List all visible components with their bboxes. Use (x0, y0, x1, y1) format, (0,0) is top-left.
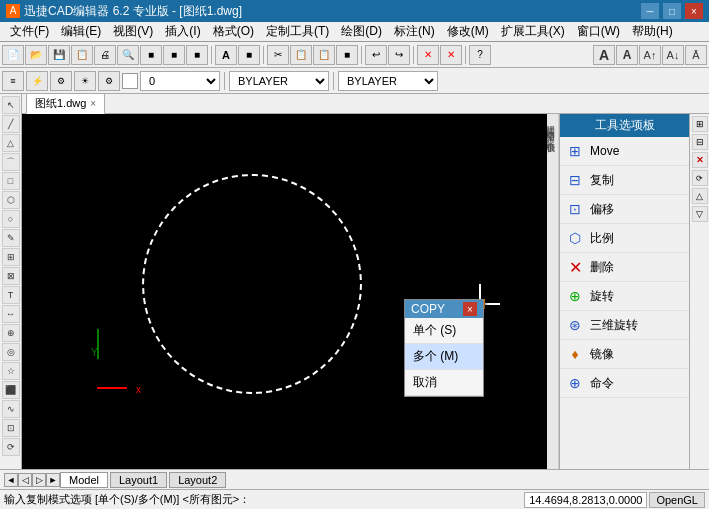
vert-label-1[interactable]: 栅格 (547, 122, 558, 126)
panel-item-offset[interactable]: ⊡ 偏移 (560, 195, 689, 224)
nav-next[interactable]: ▷ (32, 473, 46, 487)
minimize-button[interactable]: ─ (641, 3, 659, 19)
fr-btn1[interactable]: ⊞ (692, 116, 708, 132)
panel-item-3d-rotate[interactable]: ⊛ 三维旋转 (560, 311, 689, 340)
lt-b14[interactable]: ☆ (2, 362, 20, 380)
nav-last[interactable]: ► (46, 473, 60, 487)
lt-b11[interactable]: ↔ (2, 305, 20, 323)
canvas-area[interactable]: x Y COPY × 单个 (S) 多个 (M) 取 (22, 114, 547, 469)
lt-b5[interactable]: ⬡ (2, 191, 20, 209)
tb-b6[interactable]: ✕ (440, 45, 462, 65)
lt-b13[interactable]: ◎ (2, 343, 20, 361)
lt-b4[interactable]: □ (2, 172, 20, 190)
tb-cut[interactable]: ✂ (267, 45, 289, 65)
panel-item-cmd[interactable]: ⊕ 命令 (560, 369, 689, 398)
lt-b6[interactable]: ○ (2, 210, 20, 228)
tb-redo[interactable]: ↪ (388, 45, 410, 65)
color-dropdown[interactable]: BYLAYER (229, 71, 329, 91)
popup-item-cancel[interactable]: 取消 (405, 370, 483, 396)
tb2-color[interactable] (122, 73, 138, 89)
lt-b9[interactable]: ⊠ (2, 267, 20, 285)
panel-item-rotate[interactable]: ⊕ 旋转 (560, 282, 689, 311)
tb-b3[interactable]: ■ (186, 45, 208, 65)
popup-close-button[interactable]: × (463, 302, 477, 316)
linetype-dropdown[interactable]: BYLAYER (338, 71, 438, 91)
fr-btn2[interactable]: ⊟ (692, 134, 708, 150)
tb-b5[interactable]: ■ (336, 45, 358, 65)
lt-b8[interactable]: ⊞ (2, 248, 20, 266)
tb2-b2[interactable]: ⚡ (26, 71, 48, 91)
menu-view[interactable]: 视图(V) (107, 21, 159, 42)
nav-prev[interactable]: ◁ (18, 473, 32, 487)
close-button[interactable]: × (685, 3, 703, 19)
panel-item-move[interactable]: ⊞ Move (560, 137, 689, 166)
layout-1[interactable]: Layout1 (110, 472, 167, 488)
menu-draw[interactable]: 绘图(D) (335, 21, 388, 42)
fr-btn5[interactable]: △ (692, 188, 708, 204)
tb-open[interactable]: 📂 (25, 45, 47, 65)
lt-b7[interactable]: ✎ (2, 229, 20, 247)
lt-b10[interactable]: T (2, 286, 20, 304)
menu-modify[interactable]: 修改(M) (441, 21, 495, 42)
tb2-b3[interactable]: ⚙ (50, 71, 72, 91)
vert-label-3[interactable]: 极轴 (547, 134, 558, 138)
panel-item-copy[interactable]: ⊟ 复制 (560, 166, 689, 195)
tb-paste[interactable]: 📋 (313, 45, 335, 65)
lt-b1[interactable]: ╱ (2, 115, 20, 133)
tb-fa2[interactable]: A (616, 45, 638, 65)
tb-print[interactable]: 🖨 (94, 45, 116, 65)
lt-b12[interactable]: ⊕ (2, 324, 20, 342)
tab-drawing[interactable]: 图纸1.dwg × (26, 93, 105, 114)
tab-close-icon[interactable]: × (90, 98, 96, 109)
tb-save[interactable]: 💾 (48, 45, 70, 65)
menu-dimension[interactable]: 标注(N) (388, 21, 441, 42)
nav-first[interactable]: ◄ (4, 473, 18, 487)
vert-label-0[interactable]: 捕捉 (547, 116, 558, 120)
vert-label-2[interactable]: 正交 (547, 128, 558, 132)
menu-help[interactable]: 帮助(H) (626, 21, 679, 42)
tb-fa4[interactable]: A↓ (662, 45, 684, 65)
panel-item-scale[interactable]: ⬡ 比例 (560, 224, 689, 253)
lt-b2[interactable]: △ (2, 134, 20, 152)
tb-undo[interactable]: ↩ (365, 45, 387, 65)
menu-file[interactable]: 文件(F) (4, 21, 55, 42)
menu-format[interactable]: 格式(O) (207, 21, 260, 42)
tb-text[interactable]: A (215, 45, 237, 65)
fr-btn3[interactable]: ✕ (692, 152, 708, 168)
panel-scroll[interactable]: ⊞ Move ⊟ 复制 ⊡ 偏移 ⬡ 比例 (560, 137, 689, 469)
tb-copy[interactable]: 📋 (290, 45, 312, 65)
maximize-button[interactable]: □ (663, 3, 681, 19)
lt-b3[interactable]: ⌒ (2, 153, 20, 171)
tb-help[interactable]: ? (469, 45, 491, 65)
tb2-b5[interactable]: ⚙ (98, 71, 120, 91)
panel-item-delete[interactable]: ✕ 删除 (560, 253, 689, 282)
tb-b4[interactable]: ■ (238, 45, 260, 65)
lt-b18[interactable]: ⟳ (2, 438, 20, 456)
fr-btn6[interactable]: ▽ (692, 206, 708, 222)
tb2-b1[interactable]: ≡ (2, 71, 24, 91)
tb-saveas[interactable]: 📋 (71, 45, 93, 65)
tb2-b4[interactable]: ☀ (74, 71, 96, 91)
menu-window[interactable]: 窗口(W) (571, 21, 626, 42)
layout-model[interactable]: Model (60, 472, 108, 488)
menu-custom-tools[interactable]: 定制工具(T) (260, 21, 335, 42)
tb-b1[interactable]: ■ (140, 45, 162, 65)
lt-b17[interactable]: ⊡ (2, 419, 20, 437)
panel-item-mirror[interactable]: ♦ 镜像 (560, 340, 689, 369)
lt-b15[interactable]: ⬛ (2, 381, 20, 399)
popup-item-single[interactable]: 单个 (S) (405, 318, 483, 344)
layer-dropdown[interactable]: 0 (140, 71, 220, 91)
lt-select[interactable]: ↖ (2, 96, 20, 114)
tb-del[interactable]: ✕ (417, 45, 439, 65)
tb-new[interactable]: 📄 (2, 45, 24, 65)
layout-2[interactable]: Layout2 (169, 472, 226, 488)
tb-fa5[interactable]: Ā (685, 45, 707, 65)
fr-btn4[interactable]: ⟳ (692, 170, 708, 186)
lt-b16[interactable]: ∿ (2, 400, 20, 418)
opengl-button[interactable]: OpenGL (649, 492, 705, 508)
tb-b2[interactable]: ■ (163, 45, 185, 65)
menu-insert[interactable]: 插入(I) (159, 21, 206, 42)
tb-fa3[interactable]: A↑ (639, 45, 661, 65)
menu-edit[interactable]: 编辑(E) (55, 21, 107, 42)
menu-extend-tools[interactable]: 扩展工具(X) (495, 21, 571, 42)
